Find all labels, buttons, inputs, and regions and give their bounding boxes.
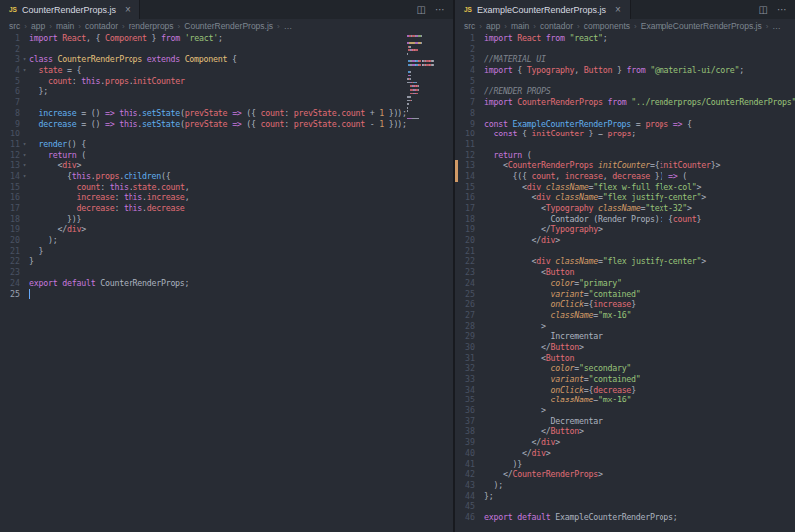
fold-icon[interactable] xyxy=(475,353,484,364)
code-line[interactable]: 18 Contador (Render Props): {count} xyxy=(455,214,795,225)
breadcrumb-item[interactable]: main xyxy=(511,21,529,31)
code-line[interactable]: 19 </div> xyxy=(0,224,453,235)
code-line[interactable]: 18 })} xyxy=(0,214,453,225)
breadcrumb-item[interactable]: app xyxy=(31,21,45,31)
fold-icon[interactable] xyxy=(475,385,484,396)
line-number[interactable]: 17 xyxy=(455,203,475,214)
code-line[interactable]: 15 <div className="flex w-full flex-col"… xyxy=(455,182,795,193)
line-number[interactable]: 24 xyxy=(0,278,20,289)
code-line[interactable]: 19 </Typography> xyxy=(455,224,795,235)
line-number[interactable]: 6 xyxy=(455,86,475,97)
breadcrumb-item[interactable]: app xyxy=(486,21,500,31)
code-line[interactable]: 28 > xyxy=(455,321,795,332)
code-line[interactable]: 3▾class CounterRenderProps extends Compo… xyxy=(0,54,453,65)
fold-icon[interactable] xyxy=(475,44,484,55)
line-number[interactable]: 24 xyxy=(455,278,475,289)
fold-icon[interactable] xyxy=(475,416,484,427)
fold-icon[interactable]: ▾ xyxy=(20,54,29,65)
line-number[interactable]: 45 xyxy=(455,501,475,512)
fold-icon[interactable] xyxy=(20,278,29,289)
code-line[interactable]: 6//RENDER PROPS xyxy=(455,86,795,97)
fold-icon[interactable] xyxy=(475,76,484,87)
code-line[interactable]: 24export default CounterRenderProps; xyxy=(0,278,453,289)
line-number[interactable]: 40 xyxy=(455,448,475,459)
fold-icon[interactable] xyxy=(20,33,29,44)
code-line[interactable]: 42 </CounterRenderProps> xyxy=(455,469,795,480)
fold-icon[interactable] xyxy=(475,437,484,448)
code-line[interactable]: 6 }; xyxy=(0,86,453,97)
code-line[interactable]: 27 className="mx-16" xyxy=(455,310,795,321)
code-line[interactable]: 21 } xyxy=(0,246,453,257)
fold-icon[interactable] xyxy=(20,289,29,300)
line-number[interactable]: 22 xyxy=(455,256,475,267)
line-number[interactable]: 9 xyxy=(455,119,475,130)
code-line[interactable]: 16 <div className="flex justify-center"> xyxy=(455,192,795,203)
fold-icon[interactable] xyxy=(475,97,484,108)
code-line[interactable]: 9 decrease = () => this.setState(prevSta… xyxy=(0,119,453,130)
fold-icon[interactable] xyxy=(475,256,484,267)
code-line[interactable]: 22 <div className="flex justify-center"> xyxy=(455,256,795,267)
fold-icon[interactable] xyxy=(475,65,484,76)
line-number[interactable]: 44 xyxy=(455,491,475,502)
fold-icon[interactable] xyxy=(20,119,29,130)
code-line[interactable]: 21 xyxy=(455,246,795,257)
code-line[interactable]: 12 return ( xyxy=(455,150,795,161)
code-line[interactable]: 1import React from "react"; xyxy=(455,33,795,44)
code-line[interactable]: 2 xyxy=(0,44,453,55)
line-number[interactable]: 5 xyxy=(455,76,475,87)
line-number[interactable]: 21 xyxy=(0,246,20,257)
fold-icon[interactable] xyxy=(475,160,484,171)
code-line[interactable]: 13 <CounterRenderProps initCounter={init… xyxy=(455,160,795,171)
code-line[interactable]: 5 count: this.props.initCounter xyxy=(0,76,453,87)
code-line[interactable]: 37 Decrementar xyxy=(455,416,795,427)
code-line[interactable]: 5 xyxy=(455,76,795,87)
line-number[interactable]: 27 xyxy=(455,310,475,321)
line-number[interactable]: 15 xyxy=(455,182,475,193)
code-line[interactable]: 43 ); xyxy=(455,480,795,491)
line-number[interactable]: 43 xyxy=(455,480,475,491)
fold-icon[interactable] xyxy=(475,246,484,257)
code-line[interactable]: 2 xyxy=(455,44,795,55)
code-line[interactable]: 7 xyxy=(0,97,453,108)
fold-icon[interactable] xyxy=(20,267,29,278)
line-number[interactable]: 17 xyxy=(0,203,20,214)
fold-icon[interactable]: ▾ xyxy=(20,65,29,76)
fold-icon[interactable] xyxy=(20,86,29,97)
code-line[interactable]: 44}; xyxy=(455,491,795,502)
code-line[interactable]: 41 )} xyxy=(455,459,795,470)
code-line[interactable]: 16 increase: this.increase, xyxy=(0,192,453,203)
fold-icon[interactable] xyxy=(475,54,484,65)
fold-icon[interactable] xyxy=(475,33,484,44)
fold-icon[interactable] xyxy=(475,491,484,502)
line-number[interactable]: 13 xyxy=(0,160,20,171)
line-number[interactable]: 12 xyxy=(455,150,475,161)
line-number[interactable]: 16 xyxy=(0,192,20,203)
more-actions-icon[interactable]: ⋯ xyxy=(435,4,445,15)
fold-icon[interactable] xyxy=(20,256,29,267)
fold-icon[interactable] xyxy=(475,501,484,512)
line-number[interactable]: 9 xyxy=(0,119,20,130)
code-line[interactable]: 17 decrease: this.decrease xyxy=(0,203,453,214)
line-number[interactable]: 14 xyxy=(455,171,475,182)
code-line[interactable]: 9const ExampleCounterRenderProps = props… xyxy=(455,119,795,130)
fold-icon[interactable] xyxy=(475,405,484,416)
fold-icon[interactable] xyxy=(20,76,29,87)
code-line[interactable]: 14 {({ count, increase, decrease }) => ( xyxy=(455,171,795,182)
fold-icon[interactable] xyxy=(20,192,29,203)
line-number[interactable]: 8 xyxy=(0,108,20,119)
code-line[interactable]: 23 xyxy=(0,267,453,278)
fold-icon[interactable] xyxy=(475,119,484,130)
fold-icon[interactable] xyxy=(475,192,484,203)
line-number[interactable]: 18 xyxy=(455,214,475,225)
code-line[interactable]: 3//MATERIAL UI xyxy=(455,54,795,65)
line-number[interactable]: 26 xyxy=(455,299,475,310)
fold-icon[interactable] xyxy=(475,299,484,310)
breadcrumb-item[interactable]: src xyxy=(9,21,20,31)
fold-icon[interactable] xyxy=(475,224,484,235)
line-number[interactable]: 28 xyxy=(455,321,475,332)
code-line[interactable]: 11▾ render() { xyxy=(0,139,453,150)
line-number[interactable]: 10 xyxy=(455,129,475,139)
close-icon[interactable]: × xyxy=(615,4,621,15)
line-number[interactable]: 7 xyxy=(0,97,20,108)
line-number[interactable]: 21 xyxy=(455,246,475,257)
